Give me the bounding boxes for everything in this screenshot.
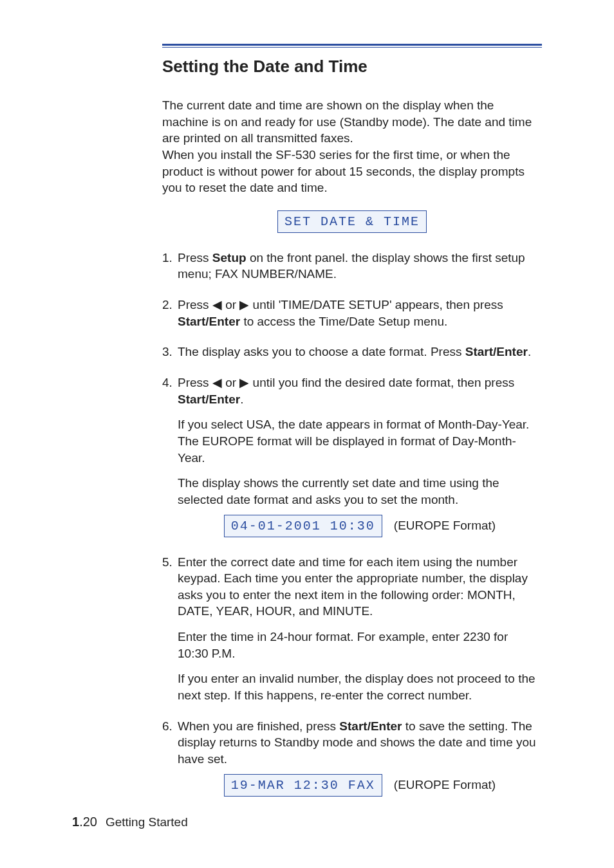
step-number: 3. (162, 344, 172, 360)
text: to access the Time/Date Setup menu. (240, 315, 447, 328)
text: . (240, 392, 243, 406)
step-5-sub-1: Enter the time in 24-hour format. For ex… (178, 629, 542, 661)
lcd-display: 19-MAR 12:30 FAX (224, 774, 382, 797)
footer-section: Getting Started (106, 815, 188, 829)
text: until 'TIME/DATE SETUP' appears, then pr… (249, 298, 503, 311)
setup-label: Setup (212, 251, 247, 264)
steps-list: 1. Press Setup on the front panel. the d… (162, 250, 542, 797)
lcd-caption: (EUROPE Format) (394, 777, 496, 793)
lcd-display-row-3: 19-MAR 12:30 FAX (EUROPE Format) (178, 774, 542, 797)
start-enter-label: Start/Enter (178, 315, 240, 328)
text: Press (178, 251, 212, 264)
step-text: Press ◀ or ▶ until 'TIME/DATE SETUP' app… (178, 297, 542, 329)
text: The display asks you to choose a date fo… (178, 345, 465, 358)
page-title: Setting the Date and Time (162, 57, 542, 77)
start-enter-label: Start/Enter (339, 719, 402, 733)
text: . (528, 345, 531, 358)
step-6: 6. When you are finished, press Start/En… (162, 718, 542, 797)
page-chapter: 1 (72, 815, 79, 829)
step-5-sub-2: If you enter an invalid number, the disp… (178, 670, 542, 703)
text: When you are finished, press (178, 719, 339, 733)
text: or (222, 376, 239, 389)
step-text: Press ◀ or ▶ until you find the desired … (178, 374, 542, 407)
step-2: 2. Press ◀ or ▶ until 'TIME/DATE SETUP' … (162, 297, 542, 329)
step-4: 4. Press ◀ or ▶ until you find the desir… (162, 374, 542, 537)
manual-page: Setting the Date and Time The current da… (0, 0, 614, 868)
rule-thick (162, 44, 542, 46)
right-arrow-icon: ▶ (239, 376, 249, 389)
step-number: 4. (162, 374, 172, 391)
step-4-sub-2: The display shows the currently set date… (178, 475, 542, 508)
text: Press (178, 298, 212, 311)
lcd-display-row-1: SET DATE & TIME (162, 210, 542, 233)
lcd-caption: (EUROPE Format) (394, 517, 496, 534)
step-1: 1. Press Setup on the front panel. the d… (162, 250, 542, 282)
header-rule (162, 44, 542, 48)
step-text: The display asks you to choose a date fo… (178, 344, 542, 360)
step-5: 5. Enter the correct date and time for e… (162, 554, 542, 704)
left-arrow-icon: ◀ (212, 376, 222, 389)
step-number: 6. (162, 718, 172, 735)
left-arrow-icon: ◀ (212, 298, 222, 311)
right-arrow-icon: ▶ (239, 298, 249, 311)
rule-thin (162, 47, 542, 48)
lcd-display-row-2: 04-01-2001 10:30 (EUROPE Format) (178, 515, 542, 537)
text: or (222, 298, 239, 311)
lcd-display: 04-01-2001 10:30 (224, 515, 382, 537)
start-enter-label: Start/Enter (178, 392, 240, 406)
page-number: .20 (79, 815, 97, 829)
content-body: The current date and time are shown on t… (162, 97, 542, 797)
lcd-display: SET DATE & TIME (277, 210, 427, 233)
step-number: 5. (162, 554, 172, 571)
step-number: 2. (162, 297, 172, 313)
step-text: When you are finished, press Start/Enter… (178, 718, 542, 768)
step-3: 3. The display asks you to choose a date… (162, 344, 542, 360)
step-number: 1. (162, 250, 172, 266)
intro-paragraph-2: When you install the SF-530 series for t… (162, 147, 542, 196)
text: until you find the desired date format, … (249, 376, 514, 389)
page-footer: 1.20 Getting Started (72, 815, 188, 829)
intro-paragraph-1: The current date and time are shown on t… (162, 97, 542, 147)
start-enter-label: Start/Enter (465, 345, 528, 358)
text: Press (178, 376, 212, 389)
step-text: Press Setup on the front panel. the disp… (178, 250, 542, 282)
step-4-sub-1: If you select USA, the date appears in f… (178, 416, 542, 466)
step-text: Enter the correct date and time for each… (178, 554, 542, 620)
